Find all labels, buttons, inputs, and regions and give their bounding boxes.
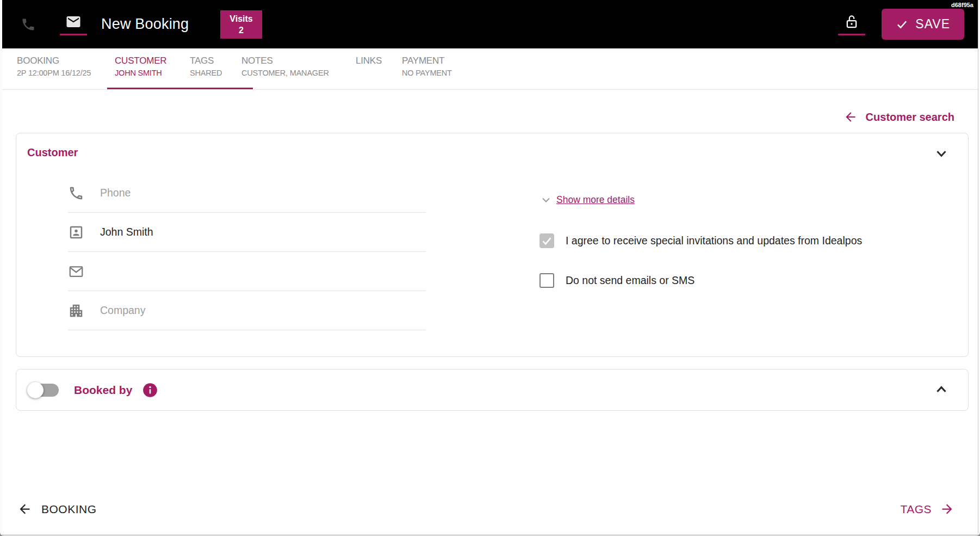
tab-customer-sub: JOHN SMITH: [115, 69, 166, 77]
agree-marketing-checkbox-row[interactable]: I agree to receive special invitations a…: [539, 233, 898, 248]
mail-icon: [65, 14, 82, 30]
phone-input[interactable]: [100, 187, 426, 199]
tab-tags[interactable]: TAGS SHARED: [190, 56, 222, 77]
tab-booking[interactable]: BOOKING 2P 12:00PM 16/12/25: [17, 56, 91, 77]
show-more-details-link[interactable]: Show more details: [539, 193, 635, 206]
name-input[interactable]: [100, 226, 426, 238]
footer-back-label: BOOKING: [41, 503, 97, 516]
save-button[interactable]: SAVE: [882, 9, 964, 40]
tab-links[interactable]: LINKS: [356, 56, 382, 69]
tab-links-label: LINKS: [356, 56, 382, 66]
tab-tags-sub: SHARED: [190, 69, 222, 77]
footer-back-booking[interactable]: BOOKING: [17, 502, 97, 516]
info-icon[interactable]: [142, 383, 158, 398]
app-window: New Booking Visits 2 SAVE d68f95a: [0, 0, 980, 536]
arrow-left-icon: [17, 502, 32, 516]
check-icon: [541, 235, 553, 247]
header-bar: New Booking Visits 2 SAVE d68f95a: [2, 0, 978, 48]
build-id: d68f95a: [951, 2, 973, 8]
toggle-knob: [27, 382, 44, 398]
no-emails-checkbox: [539, 273, 554, 288]
agree-marketing-label: I agree to receive special invitations a…: [566, 234, 862, 248]
window-edge: [978, 0, 978, 534]
tab-booking-sub: 2P 12:00PM 16/12/25: [17, 69, 91, 77]
company-input[interactable]: [100, 304, 426, 317]
tab-notes-label: NOTES: [241, 56, 329, 66]
booking-tabbar: BOOKING 2P 12:00PM 16/12/25 CUSTOMER JOH…: [2, 48, 978, 90]
tab-customer-label: CUSTOMER: [115, 56, 166, 66]
booked-by-toggle[interactable]: [27, 381, 61, 399]
phone-icon: [68, 185, 84, 201]
tab-notes[interactable]: NOTES CUSTOMER, MANAGER: [241, 56, 329, 77]
page-title: New Booking: [101, 16, 189, 33]
customer-search-label: Customer search: [866, 111, 954, 124]
mail-tab-underline: [60, 34, 87, 35]
tab-payment-label: PAYMENT: [402, 56, 452, 66]
footer-next-label: TAGS: [900, 503, 932, 516]
show-more-details-label: Show more details: [556, 194, 635, 206]
mail-channel-tab[interactable]: [60, 14, 87, 35]
lock-tab-underline: [838, 34, 865, 35]
customer-card-title: Customer: [27, 146, 78, 159]
visits-count: 2: [230, 24, 252, 36]
lock-open-icon: [843, 14, 860, 30]
arrow-left-icon: [843, 110, 858, 124]
chevron-down-icon[interactable]: [933, 145, 950, 162]
tab-customer[interactable]: CUSTOMER JOHN SMITH: [115, 56, 166, 77]
agree-marketing-checkbox: [539, 233, 554, 248]
tab-booking-label: BOOKING: [17, 56, 91, 66]
tab-tags-label: TAGS: [190, 56, 222, 66]
contact-icon: [68, 224, 84, 241]
phone-channel-icon[interactable]: [21, 17, 36, 32]
tab-payment-sub: NO PAYMENT: [402, 69, 452, 77]
company-icon: [68, 303, 84, 319]
no-emails-checkbox-row[interactable]: Do not send emails or SMS: [539, 273, 694, 288]
no-emails-label: Do not send emails or SMS: [566, 274, 694, 287]
customer-card: Customer: [16, 133, 969, 357]
mail-icon: [68, 263, 84, 280]
tab-notes-sub: CUSTOMER, MANAGER: [241, 69, 329, 77]
chevron-down-icon: [539, 193, 553, 206]
booked-by-card: Booked by: [16, 369, 969, 411]
name-field-row: [68, 213, 426, 252]
check-icon: [896, 18, 908, 30]
email-field-row: [68, 252, 426, 291]
visits-label: Visits: [230, 13, 252, 24]
visits-badge[interactable]: Visits 2: [220, 10, 262, 39]
company-field-row: [68, 291, 426, 330]
customer-fields: [68, 174, 426, 330]
customer-search-link[interactable]: Customer search: [843, 110, 954, 124]
footer-next-tags[interactable]: TAGS: [900, 502, 954, 516]
lock-tab[interactable]: [838, 14, 865, 35]
phone-field-row: [68, 174, 426, 213]
tab-payment[interactable]: PAYMENT NO PAYMENT: [402, 56, 452, 77]
save-label: SAVE: [915, 17, 950, 32]
chevron-up-icon[interactable]: [933, 381, 950, 398]
email-input[interactable]: [100, 265, 426, 278]
booked-by-label: Booked by: [74, 384, 132, 397]
arrow-right-icon: [940, 502, 954, 516]
active-tab-indicator: [107, 88, 253, 89]
